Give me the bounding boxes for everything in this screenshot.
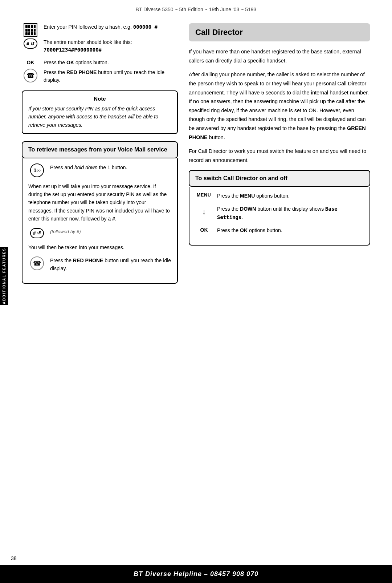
voice-mail-body: 1 oo Press and hold down the 1 button. W… — [22, 158, 178, 284]
voice-mail-step2-text: When set up it will take you into your m… — [28, 182, 171, 223]
call-director-title: Call Director — [195, 28, 364, 37]
page-footer: BT Diverse Helpline – 08457 908 070 — [0, 565, 392, 583]
side-tab-label: ADDITIONAL FEATURES — [2, 248, 6, 304]
ok-text: Press the OK options button. — [44, 59, 109, 66]
red-phone-text: Press the RED PHONE button until you rea… — [44, 69, 178, 84]
switch-step-1: MENU Press the MENU options button. — [195, 192, 364, 200]
button-1-icon: 1 oo — [30, 163, 44, 177]
left-column: # ↺ Enter your PIN followed by a hash, e… — [22, 23, 178, 291]
red-phone-icon-2: ☎ — [28, 256, 46, 270]
ok-row: OK Press the OK options button. — [22, 59, 178, 66]
switch-call-director-section: To switch Call Director on and off MENU … — [189, 170, 370, 246]
right-column: Call Director If you have more than one … — [189, 23, 370, 291]
menu-label: MENU — [195, 192, 213, 198]
voice-mail-step-1: 1 oo Press and hold down the 1 button. — [28, 163, 171, 177]
side-tab: ADDITIONAL FEATURES — [0, 247, 8, 305]
helpline-text: BT Diverse Helpline – 08457 908 070 — [134, 570, 258, 578]
switch-heading: To switch Call Director on and off — [195, 174, 364, 182]
page-number: 38 — [11, 555, 17, 561]
red-phone-button-icon: ☎ — [24, 69, 37, 82]
voice-mail-step-hash: # ↺ (followed by #) — [28, 228, 171, 238]
voice-mail-step3-context: (followed by #) — [50, 228, 81, 236]
pin-row-icons: # ↺ Enter your PIN followed by a hash, e… — [22, 23, 178, 54]
header-title: BT Diverse 5350 ~ 5th Edition ~ 19th Jun… — [136, 7, 257, 12]
note-box: Note If you store your security PIN as p… — [22, 90, 178, 134]
ok-label: OK — [22, 59, 39, 65]
switch-body: MENU Press the MENU options button. ↓ Pr… — [189, 187, 370, 246]
voice-mail-step1-text: Press and hold down the 1 button. — [50, 163, 127, 171]
note-title: Note — [28, 96, 171, 102]
call-director-para1: If you have more than one handset regist… — [189, 47, 370, 65]
note-text: If you store your security PIN as part o… — [28, 105, 171, 129]
voice-mail-step5-text: Press the RED PHONE button until you rea… — [50, 256, 171, 273]
down-arrow-icon: ↓ — [195, 205, 213, 219]
call-director-para2: After dialling your phone number, the ca… — [189, 70, 370, 142]
voice-mail-step-red-phone: ☎ Press the RED PHONE button until you r… — [28, 256, 171, 273]
pin-entry-text: Enter your PIN followed by a hash, e.g. … — [44, 23, 158, 54]
one-button-icon: 1 oo — [28, 163, 46, 177]
red-phone-button-icon-2: ☎ — [30, 256, 44, 270]
switch-heading-box: To switch Call Director on and off — [189, 170, 370, 187]
voice-mail-heading-box: To retrieve messages from your Voice Mai… — [22, 141, 178, 158]
switch-ok-label: OK — [195, 226, 213, 233]
pin-section: # ↺ Enter your PIN followed by a hash, e… — [22, 23, 178, 84]
voice-mail-step4-text: You will then be taken into your message… — [28, 243, 171, 251]
switch-step2-text: Press the DOWN button until the display … — [217, 205, 364, 221]
keypad-icon — [24, 23, 37, 37]
hash-button-icon: # ↺ — [30, 228, 44, 238]
voice-mail-heading: To retrieve messages from your Voice Mai… — [28, 146, 171, 154]
red-phone-icon-1: ☎ — [22, 69, 39, 82]
call-director-heading: Call Director — [189, 23, 370, 41]
keypad-and-hash-icons: # ↺ — [22, 23, 39, 49]
red-phone-row: ☎ Press the RED PHONE button until you r… — [22, 69, 178, 84]
switch-step-2: ↓ Press the DOWN button until the displa… — [195, 205, 364, 221]
switch-step3-text: Press the OK options button. — [217, 226, 282, 234]
page-header: BT Diverse 5350 ~ 5th Edition ~ 19th Jun… — [0, 0, 392, 16]
call-director-para3: For Call Director to work you must switc… — [189, 147, 370, 165]
switch-step1-text: Press the MENU options button. — [217, 192, 290, 200]
hash-icon-2: # ↺ — [28, 228, 46, 238]
down-button-icon: ↓ — [197, 205, 211, 219]
voice-mail-section: To retrieve messages from your Voice Mai… — [22, 141, 178, 284]
hash-icon: # ↺ — [24, 39, 37, 49]
switch-step-3: OK Press the OK options button. — [195, 226, 364, 234]
